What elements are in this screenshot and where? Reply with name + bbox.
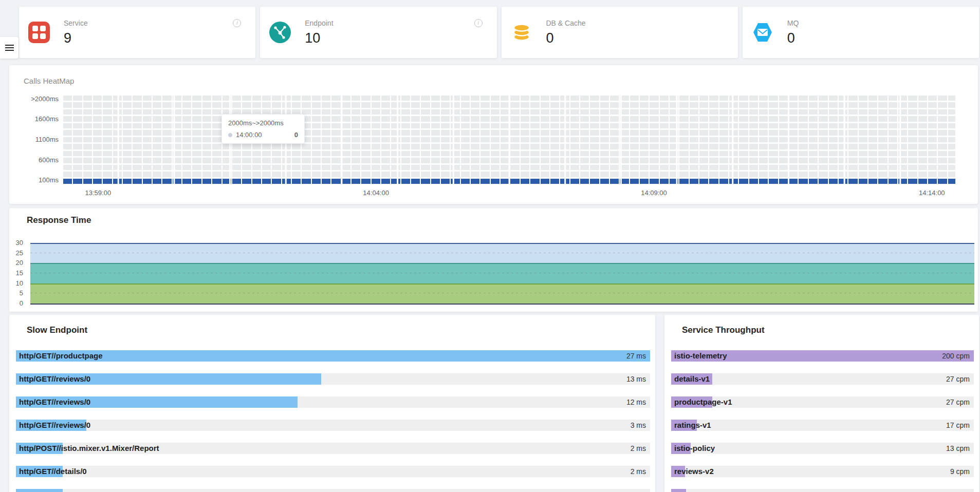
heatmap-cell[interactable]	[898, 172, 907, 177]
heatmap-cell[interactable]	[799, 172, 807, 177]
heatmap-cell[interactable]	[690, 137, 698, 142]
heatmap-cell[interactable]	[610, 158, 619, 163]
heatmap-cell[interactable]	[93, 96, 102, 101]
heatmap-cell[interactable]	[143, 137, 152, 142]
heatmap-cell[interactable]	[510, 116, 519, 121]
heatmap-cell[interactable]	[560, 179, 569, 184]
heatmap-cell[interactable]	[868, 172, 877, 177]
heatmap-cell[interactable]	[809, 172, 818, 177]
heatmap-cell[interactable]	[938, 96, 947, 101]
heatmap-cell[interactable]	[182, 151, 191, 156]
heatmap-cell[interactable]	[560, 158, 569, 163]
heatmap-cell[interactable]	[650, 179, 658, 184]
heatmap-cell[interactable]	[401, 158, 410, 163]
heatmap-cell[interactable]	[918, 130, 927, 135]
heatmap-cell[interactable]	[411, 165, 420, 170]
heatmap-cell[interactable]	[372, 109, 380, 115]
heatmap-cell[interactable]	[331, 123, 340, 128]
heatmap-cell[interactable]	[610, 123, 619, 128]
heatmap-cell[interactable]	[679, 137, 688, 142]
heatmap-cell[interactable]	[719, 179, 728, 184]
heatmap-cell[interactable]	[451, 151, 459, 156]
heatmap-cell[interactable]	[878, 179, 887, 184]
heatmap-cell[interactable]	[491, 109, 500, 115]
heatmap-cell[interactable]	[630, 116, 639, 121]
heatmap-cell[interactable]	[133, 179, 141, 184]
heatmap-cell[interactable]	[133, 130, 141, 135]
heatmap-cell[interactable]	[202, 102, 211, 107]
heatmap-cell[interactable]	[739, 116, 748, 121]
heatmap-cell[interactable]	[799, 130, 807, 135]
heatmap-cell[interactable]	[679, 179, 688, 184]
heatmap-cell[interactable]	[530, 123, 539, 128]
heatmap-cell[interactable]	[889, 130, 897, 135]
heatmap-cell[interactable]	[480, 109, 489, 115]
heatmap-cell[interactable]	[192, 165, 201, 170]
heatmap-cell[interactable]	[848, 116, 857, 121]
heatmap-cell[interactable]	[779, 165, 788, 170]
heatmap-cell[interactable]	[361, 102, 370, 107]
heatmap-cell[interactable]	[580, 116, 589, 121]
heatmap-cell[interactable]	[272, 102, 281, 107]
heatmap-cell[interactable]	[938, 123, 947, 128]
heatmap-cell[interactable]	[630, 96, 639, 101]
heatmap-cell[interactable]	[699, 123, 708, 128]
heatmap-cell[interactable]	[401, 179, 410, 184]
heatmap-cell[interactable]	[779, 158, 788, 163]
heatmap-cell[interactable]	[411, 179, 420, 184]
heatmap-cell[interactable]	[819, 165, 827, 170]
heatmap-cell[interactable]	[471, 151, 479, 156]
heatmap-cell[interactable]	[501, 151, 509, 156]
heatmap-cell[interactable]	[252, 96, 261, 101]
heatmap-cell[interactable]	[421, 172, 430, 177]
heatmap-cell[interactable]	[173, 172, 181, 177]
heatmap-cell[interactable]	[510, 165, 519, 170]
heatmap-cell[interactable]	[312, 109, 321, 115]
heatmap-cell[interactable]	[103, 158, 112, 163]
heatmap-cell[interactable]	[192, 96, 201, 101]
heatmap-cell[interactable]	[521, 123, 529, 128]
heatmap-cell[interactable]	[342, 96, 350, 101]
heatmap-cell[interactable]	[352, 96, 360, 101]
heatmap-cell[interactable]	[809, 179, 818, 184]
heatmap-cell[interactable]	[391, 179, 400, 184]
heatmap-cell[interactable]	[769, 165, 778, 170]
heatmap-cell[interactable]	[878, 165, 887, 170]
heatmap-cell[interactable]	[421, 144, 430, 149]
heatmap-cell[interactable]	[679, 123, 688, 128]
heatmap-cell[interactable]	[709, 144, 718, 149]
heatmap-cell[interactable]	[918, 165, 927, 170]
heatmap-cell[interactable]	[372, 172, 380, 177]
heatmap-cell[interactable]	[868, 130, 877, 135]
heatmap-cell[interactable]	[381, 130, 390, 135]
heatmap-cell[interactable]	[699, 165, 708, 170]
heatmap-cell[interactable]	[123, 144, 132, 149]
heatmap-cell[interactable]	[938, 116, 947, 121]
heatmap-cell[interactable]	[759, 123, 768, 128]
heatmap-cell[interactable]	[521, 96, 529, 101]
heatmap-cell[interactable]	[908, 137, 917, 142]
heatmap-cell[interactable]	[63, 123, 72, 128]
heatmap-cell[interactable]	[769, 123, 778, 128]
heatmap-cell[interactable]	[928, 151, 937, 156]
heatmap-cell[interactable]	[889, 96, 897, 101]
heatmap-cell[interactable]	[699, 172, 708, 177]
heatmap-cell[interactable]	[600, 102, 609, 107]
heatmap-cell[interactable]	[401, 165, 410, 170]
heatmap-cell[interactable]	[580, 123, 589, 128]
heatmap-cell[interactable]	[898, 109, 907, 115]
heatmap-cell[interactable]	[431, 96, 440, 101]
heatmap-cell[interactable]	[451, 172, 459, 177]
heatmap-cell[interactable]	[401, 137, 410, 142]
heatmap-cell[interactable]	[600, 179, 609, 184]
heatmap-cell[interactable]	[550, 123, 559, 128]
heatmap-cell[interactable]	[501, 109, 509, 115]
heatmap-cell[interactable]	[739, 151, 748, 156]
heatmap-cell[interactable]	[600, 109, 609, 115]
heatmap-cell[interactable]	[501, 158, 509, 163]
heatmap-cell[interactable]	[839, 96, 847, 101]
heatmap-cell[interactable]	[491, 116, 500, 121]
heatmap-cell[interactable]	[550, 96, 559, 101]
heatmap-cell[interactable]	[839, 172, 847, 177]
heatmap-cell[interactable]	[352, 179, 360, 184]
